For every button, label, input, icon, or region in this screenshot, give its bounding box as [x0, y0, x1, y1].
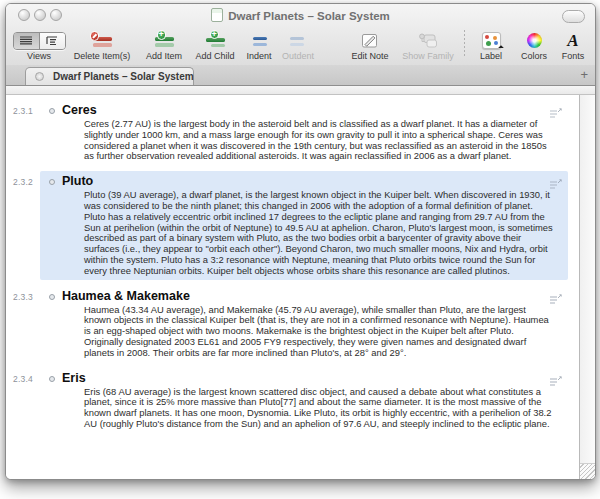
toolbar-label-menu-button[interactable]: Label [473, 28, 509, 61]
window-controls [18, 9, 62, 21]
toolbar-add-item-button[interactable]: Add Item [140, 28, 188, 61]
bullet-icon[interactable] [49, 108, 55, 114]
tab-close-icon[interactable] [35, 72, 44, 81]
section-number: 2.3.2 [13, 177, 33, 187]
outdent-icon [288, 31, 309, 50]
show-family-icon [418, 31, 439, 50]
section-body[interactable]: Haumea (43.34 AU average), and Makemake … [84, 305, 554, 359]
bullet-icon[interactable] [49, 376, 55, 382]
tab-bar: Dwarf Planets – Solar System + [6, 65, 595, 86]
tab-label: Dwarf Planets – Solar System [53, 71, 194, 82]
toolbar-label: Views [27, 51, 51, 61]
toolbar-label: Edit Note [351, 51, 388, 61]
toolbar-label: Outdent [282, 51, 314, 61]
note-icon[interactable] [549, 105, 562, 123]
section-number: 2.3.4 [13, 374, 33, 384]
bullet-icon[interactable] [49, 179, 55, 185]
toolbar-label: Indent [246, 51, 271, 61]
fonts-icon: A [567, 31, 578, 50]
section-body[interactable]: Eris (68 AU average) is the largest know… [84, 387, 554, 430]
label-icon [482, 31, 501, 50]
outline-view: 2.3.1 Ceres Ceres (2.77 AU) is the large… [6, 95, 579, 479]
toolbar-label: Colors [521, 51, 547, 61]
outline-section-haumea-makemake: 2.3.3 Haumea & Makemake Haumea (43.34 AU… [40, 286, 568, 362]
outline-section-pluto: 2.3.2 Pluto Pluto (39 AU average), a dwa… [40, 171, 568, 279]
add-child-icon [205, 31, 226, 50]
indent-icon [249, 31, 270, 50]
section-number: 2.3.1 [13, 106, 33, 116]
toolbar-add-child-button[interactable]: Add Child [190, 28, 240, 61]
window-chrome: Dwarf Planets – Solar System [6, 4, 595, 66]
note-icon[interactable] [549, 291, 562, 309]
section-number: 2.3.3 [13, 292, 33, 302]
tab-dwarf-planets[interactable]: Dwarf Planets – Solar System [25, 67, 194, 85]
close-button[interactable] [18, 9, 30, 21]
section-title[interactable]: Eris [62, 370, 568, 386]
app-window: Dwarf Planets – Solar System [5, 3, 596, 480]
toolbar-show-family-button[interactable]: Show Family [398, 28, 458, 61]
section-body[interactable]: Ceres (2.77 AU) is the largest body in t… [84, 119, 554, 162]
minimize-button[interactable] [34, 9, 46, 21]
toolbar-separator [464, 30, 465, 58]
section-title[interactable]: Ceres [62, 102, 568, 118]
section-title[interactable]: Haumea & Makemake [62, 288, 568, 304]
toolbar-label: Show Family [402, 51, 454, 61]
toolbar-label: Add Item [146, 51, 182, 61]
document-icon [211, 8, 223, 22]
views-icon [13, 31, 66, 50]
outline-view-button[interactable] [40, 33, 65, 49]
note-icon[interactable] [549, 373, 562, 391]
outline-section-eris: 2.3.4 Eris Eris (68 AU average) is the l… [40, 368, 568, 433]
edit-note-icon [361, 31, 379, 50]
vertical-scrollbar[interactable] [579, 95, 595, 479]
toolbar-colors-button[interactable]: Colors [513, 28, 555, 61]
section-title[interactable]: Pluto [62, 173, 568, 189]
list-view-button[interactable] [14, 33, 40, 49]
color-wheel-icon [527, 31, 542, 50]
bullet-icon[interactable] [49, 294, 55, 300]
resize-grip-icon[interactable] [580, 463, 595, 479]
note-icon[interactable] [549, 176, 562, 194]
toolbar-delete-item-button[interactable]: Delete Item(s) [66, 28, 138, 61]
toolbar-label: Delete Item(s) [74, 51, 131, 61]
toolbar-label: Fonts [562, 51, 585, 61]
toolbar-label: Add Child [195, 51, 234, 61]
add-tab-button[interactable]: + [580, 66, 588, 84]
delete-item-icon [92, 31, 113, 50]
outline-section-ceres: 2.3.1 Ceres Ceres (2.77 AU) is the large… [40, 100, 568, 165]
column-header-strip [6, 86, 595, 95]
toolbar-views: Views [14, 28, 64, 61]
toolbar-label: Label [480, 51, 502, 61]
add-item-icon [154, 31, 175, 50]
zoom-button[interactable] [50, 9, 62, 21]
toolbar: Views Delete Item(s) Add Item [6, 26, 595, 64]
title-bar[interactable]: Dwarf Planets – Solar System [6, 4, 595, 26]
toolbar-toggle-button[interactable] [562, 10, 585, 23]
window-title: Dwarf Planets – Solar System [86, 8, 515, 22]
toolbar-fonts-button[interactable]: A Fonts [557, 28, 589, 61]
document-area: 2.3.1 Ceres Ceres (2.77 AU) is the large… [6, 86, 595, 479]
section-body[interactable]: Pluto (39 AU average), a dwarf planet, i… [84, 190, 554, 276]
screenshot-canvas: Dwarf Planets – Solar System [0, 0, 600, 499]
toolbar-indent-button[interactable]: Indent [242, 28, 276, 61]
toolbar-outdent-button[interactable]: Outdent [278, 28, 318, 61]
toolbar-edit-note-button[interactable]: Edit Note [344, 28, 396, 61]
